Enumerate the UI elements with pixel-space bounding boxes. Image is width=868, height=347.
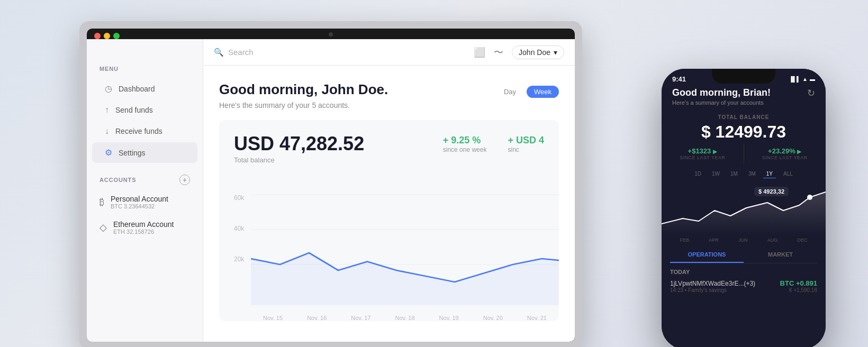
period-week-button[interactable]: Week — [527, 86, 559, 98]
phone-period-row: 1D 1W 1M 3M 1Y ALL — [662, 170, 826, 178]
chart-x-label: Nov. 15 — [263, 315, 283, 321]
stat2-value: + USD 4 — [508, 135, 544, 146]
activity-icon[interactable]: 〜 — [494, 46, 503, 59]
account-name: Ethereum Account — [113, 220, 174, 229]
screen-bezel: MENU ◷ Dashboard ↑ Send funds ↓ Receive … — [87, 29, 575, 342]
laptop-body: MENU ◷ Dashboard ↑ Send funds ↓ Receive … — [79, 21, 582, 347]
user-menu-button[interactable]: John Doe ▾ — [512, 45, 564, 59]
sidebar-item-label: Dashboard — [119, 85, 155, 93]
diamond-icon: ◇ — [100, 222, 107, 233]
chart-x-label: Nov. 21 — [527, 315, 547, 321]
dashboard: Good morning, John Doe. Here's the summa… — [203, 66, 575, 342]
tab-operations[interactable]: OPERATIONS — [670, 247, 744, 263]
phone-greeting: Good morning, Brian! — [672, 87, 771, 98]
maximize-button[interactable] — [113, 33, 120, 39]
tx-sub: 14:23 • Family's savings — [670, 287, 755, 293]
tx-amount: BTC +0.891 — [780, 279, 817, 287]
chart-svg — [251, 189, 559, 305]
period-3m[interactable]: 3M — [745, 170, 759, 178]
chart-y-labels: 60k 40k 20k — [234, 194, 244, 263]
chart-x-labels: Nov. 15 Nov. 16 Nov. 17 Nov. 18 Nov. 19 … — [251, 315, 559, 321]
sidebar-item-receive[interactable]: ↓ Receive funds — [92, 121, 197, 141]
balance-label: Total balance — [234, 156, 364, 164]
chevron-down-icon: ▾ — [554, 48, 557, 57]
period-1y[interactable]: 1Y — [763, 170, 776, 178]
total-balance-amount: $ 12499.73 — [662, 122, 826, 142]
period-1m[interactable]: 1M — [727, 170, 741, 178]
phone-transactions: TODAY 1jLVpwtNMfXWadEe3rE...(+3) 14:23 •… — [662, 263, 826, 293]
sidebar-item-label: Settings — [119, 149, 146, 157]
tx-hash: 1jLVpwtNMfXWadEe3rE...(+3) — [670, 280, 755, 287]
refresh-icon[interactable]: ↻ — [807, 87, 815, 99]
svg-marker-4 — [662, 192, 826, 234]
period-1d[interactable]: 1D — [691, 170, 704, 178]
x-label-jun: JUN — [738, 238, 748, 243]
phone-screen: 9:41 ▐▌▌ ▲ ▬ Good morning, Brian! Here's… — [662, 69, 826, 347]
svg-marker-3 — [251, 230, 559, 305]
close-button[interactable] — [94, 33, 101, 39]
account-info: Ethereum Account ETH 32.158726 — [113, 220, 174, 235]
add-account-button[interactable]: + — [179, 175, 190, 185]
account-sub: BTC 3.23644532 — [111, 203, 168, 209]
period-all[interactable]: ALL — [780, 170, 796, 178]
sidebar: MENU ◷ Dashboard ↑ Send funds ↓ Receive … — [87, 39, 203, 342]
tx-right: BTC +0.891 € +1,590.18 — [780, 279, 817, 293]
chart-y-label: 40k — [234, 225, 244, 232]
account-sub: ETH 32.158726 — [113, 229, 174, 235]
sidebar-item-send[interactable]: ↑ Send funds — [92, 100, 197, 120]
chart-y-label: 60k — [234, 194, 244, 202]
change2-label: SINCE LAST YEAR — [744, 155, 826, 160]
search-area: 🔍 Search — [214, 48, 465, 57]
period-1w[interactable]: 1W — [709, 170, 723, 178]
change1-value: +$1323 ▶ — [662, 147, 744, 155]
greeting-sub: Here's the summary of your 5 accounts. — [219, 101, 388, 109]
traffic-lights — [94, 33, 120, 39]
sidebar-item-label: Receive funds — [115, 127, 162, 135]
minimize-button[interactable] — [104, 33, 110, 39]
period-day-button[interactable]: Day — [496, 86, 523, 98]
change2-col: +23.29% ▶ SINCE LAST YEAR — [744, 144, 826, 163]
topbar-icons: ⬜ 〜 — [474, 46, 503, 59]
sidebar-item-settings[interactable]: ⚙ Settings — [92, 142, 197, 163]
chart-y-label: 20k — [234, 255, 244, 263]
transaction-item[interactable]: 1jLVpwtNMfXWadEe3rE...(+3) 14:23 • Famil… — [670, 279, 817, 293]
x-label-dec: DEC — [797, 238, 807, 243]
phone-tabs: OPERATIONS MARKET — [670, 247, 817, 263]
chart-x-label: Nov. 16 — [307, 315, 327, 321]
phone-chart: $ 4923,32 — [662, 181, 826, 234]
balance-amount: USD 47,282.52 — [234, 133, 364, 155]
phone-notch — [712, 69, 775, 84]
tx-eur: € +1,590.18 — [780, 287, 817, 293]
main-content: 🔍 Search ⬜ 〜 John Doe ▾ — [203, 39, 575, 342]
tab-market[interactable]: MARKET — [744, 247, 817, 263]
greeting: Good morning, John Doe. — [219, 81, 388, 98]
camera — [329, 32, 333, 36]
down-arrow-icon: ↓ — [105, 126, 109, 136]
chart-x-label: Nov. 19 — [439, 315, 459, 321]
x-label-apr: APR — [709, 238, 719, 243]
today-label: TODAY — [670, 269, 817, 275]
sidebar-item-dashboard[interactable]: ◷ Dashboard — [92, 78, 197, 99]
phone-header: Good morning, Brian! Here's a summary of… — [662, 83, 826, 112]
account-ethereum[interactable]: ◇ Ethereum Account ETH 32.158726 — [87, 215, 203, 240]
wifi-icon: ▲ — [802, 76, 808, 82]
change2-value: +23.29% ▶ — [744, 147, 826, 155]
account-personal[interactable]: ₿ Personal Account BTC 3.23644532 — [87, 189, 203, 215]
phone: 9:41 ▐▌▌ ▲ ▬ Good morning, Brian! Here's… — [662, 69, 826, 347]
phone-chart-x: FEB APR JUN AUG DEC — [662, 238, 826, 243]
accounts-label: ACCOUNTS — [100, 177, 136, 183]
chart-x-label: Nov. 17 — [351, 315, 370, 321]
phone-chart-svg — [662, 181, 826, 234]
account-name: Personal Account — [111, 195, 168, 203]
tx-left: 1jLVpwtNMfXWadEe3rE...(+3) 14:23 • Famil… — [670, 280, 755, 293]
svg-point-5 — [807, 195, 812, 200]
change1-label: SINCE LAST YEAR — [662, 155, 744, 160]
chart-x-label: Nov. 18 — [395, 315, 414, 321]
total-balance-label: TOTAL BALANCE — [662, 114, 826, 120]
change1-col: +$1323 ▶ SINCE LAST YEAR — [662, 144, 744, 163]
copy-icon[interactable]: ⬜ — [474, 47, 485, 58]
chart-area: 60k 40k 20k — [219, 173, 559, 321]
search-placeholder[interactable]: Search — [228, 48, 254, 57]
menu-label: MENU — [87, 66, 203, 72]
stat2-label: sinc — [508, 146, 544, 153]
